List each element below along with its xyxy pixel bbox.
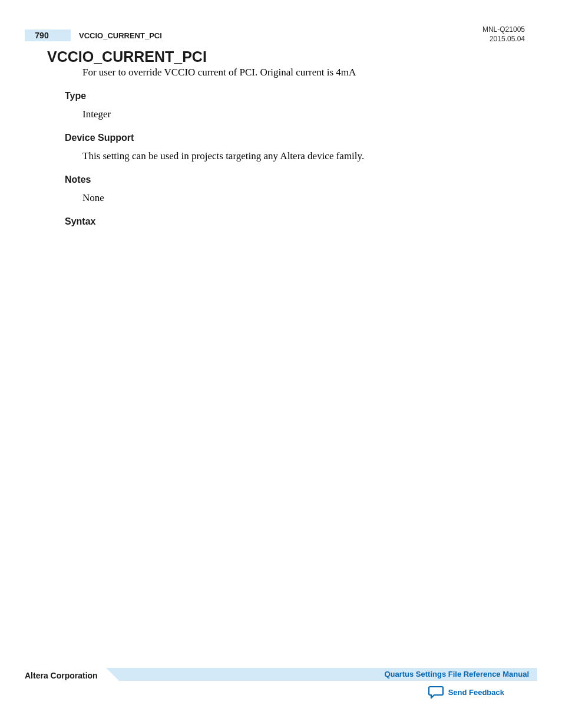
document-id: MNL-Q21005 [482, 25, 525, 34]
notes-heading: Notes [65, 174, 104, 185]
device-support-heading: Device Support [65, 133, 364, 143]
page-number-box: 790 [25, 29, 71, 41]
header-section-title: VCCIO_CURRENT_PCI [79, 31, 162, 40]
section-notes: Notes None [65, 174, 104, 204]
footer-bar: Quartus Settings File Reference Manual [119, 668, 537, 681]
send-feedback-link[interactable]: Send Feedback [428, 686, 504, 699]
section-type: Type Integer [65, 91, 111, 120]
syntax-heading: Syntax [65, 216, 95, 227]
intro-text: For user to override VCCIO current of PC… [82, 67, 356, 78]
feedback-label: Send Feedback [448, 688, 504, 697]
section-device-support: Device Support This setting can be used … [65, 133, 364, 162]
main-heading: VCCIO_CURRENT_PCI [47, 48, 207, 65]
feedback-icon [428, 686, 444, 699]
type-body: Integer [82, 108, 111, 120]
page-footer: Altera Corporation Quartus Settings File… [0, 668, 562, 684]
page-header: 790 VCCIO_CURRENT_PCI MNL-Q21005 2015.05… [0, 25, 562, 42]
document-id-block: MNL-Q21005 2015.05.04 [482, 25, 525, 44]
document-date: 2015.05.04 [482, 34, 525, 44]
type-heading: Type [65, 91, 111, 101]
manual-link[interactable]: Quartus Settings File Reference Manual [384, 670, 529, 678]
page-number: 790 [35, 31, 48, 40]
device-support-body: This setting can be used in projects tar… [82, 150, 364, 162]
notes-body: None [82, 192, 104, 204]
company-name: Altera Corporation [25, 671, 98, 680]
section-syntax: Syntax [65, 216, 95, 234]
